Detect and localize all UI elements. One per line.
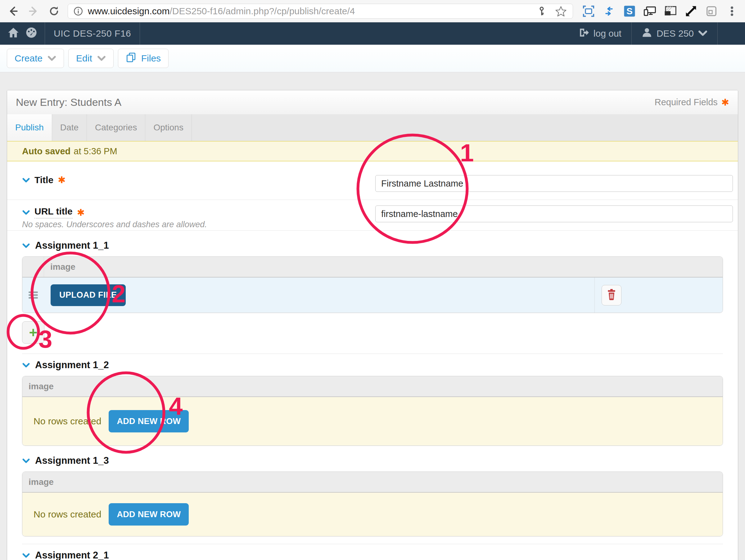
svg-text:S: S (626, 6, 633, 16)
grid-header-row: image (22, 376, 723, 397)
files-label: Files (141, 53, 161, 64)
tab-options[interactable]: Options (145, 114, 192, 141)
logout-link[interactable]: log out (569, 27, 631, 40)
devices-extension-icon[interactable] (643, 4, 657, 18)
tab-date[interactable]: Date (52, 114, 87, 141)
edit-menu-button[interactable]: Edit (68, 49, 114, 68)
chevron-down-icon[interactable] (22, 359, 30, 371)
files-button[interactable]: Files (118, 49, 168, 68)
title-label-text: Title (34, 175, 54, 185)
section-label: Assignment 1_1 (35, 240, 109, 251)
tab-publish[interactable]: Publish (7, 114, 52, 141)
url-text[interactable]: www.uicdesign.com/DES250-f16/admin.php?/… (88, 6, 355, 17)
panel-header: New Entry: Students A Required Fields ✱ (7, 90, 738, 114)
chevron-down-icon[interactable] (22, 175, 30, 185)
nav-divider (140, 22, 140, 45)
assignment-1-1-grid: image UPLOAD FILE (22, 256, 723, 313)
page-info-icon[interactable] (73, 6, 84, 17)
autosave-bold: Auto saved (22, 146, 70, 157)
image-cell: UPLOAD FILE (44, 277, 594, 312)
autosave-time: at 5:36 PM (73, 146, 117, 157)
chevron-down-icon[interactable] (22, 550, 30, 560)
image-column-header: image (22, 382, 54, 391)
section-divider (22, 544, 723, 544)
user-menu[interactable]: DES 250 (632, 27, 717, 40)
url-title-field-row: URL title ✱ No spaces. Underscores and d… (7, 200, 738, 231)
section-label: Assignment 1_3 (35, 455, 109, 466)
create-label: Create (14, 53, 42, 64)
password-key-icon[interactable] (535, 4, 549, 18)
row-actions-cell (594, 277, 723, 312)
assignment-1-2-grid: image No rows created ADD NEW ROW (22, 376, 723, 446)
tab-categories[interactable]: Categories (87, 114, 145, 141)
page: www.uicdesign.com/DES250-f16/admin.php?/… (0, 0, 745, 560)
chevron-down-icon[interactable] (22, 455, 30, 466)
url-title-input[interactable] (375, 205, 733, 222)
window-extension-icon[interactable] (705, 4, 718, 18)
s-extension-icon[interactable]: S (623, 4, 636, 18)
required-fields-note: Required Fields ✱ (655, 97, 729, 108)
empty-grid-row: No rows created ADD NEW ROW (22, 493, 723, 536)
fullscreen-extension-icon[interactable] (684, 4, 698, 18)
trash-icon (607, 289, 616, 301)
url-title-label-text: URL title (34, 206, 73, 219)
forward-icon[interactable] (27, 4, 40, 18)
chevron-down-icon[interactable] (22, 240, 30, 251)
dashboard-icon[interactable] (26, 27, 37, 41)
responsive-extension-icon[interactable] (664, 4, 677, 18)
section-heading-assignment-1-3: Assignment 1_3 (22, 455, 738, 466)
reload-icon[interactable] (47, 4, 61, 18)
delete-row-button[interactable] (602, 285, 621, 305)
logout-label: log out (593, 28, 621, 39)
autosave-banner: Auto saved at 5:36 PM (7, 141, 738, 161)
edit-label: Edit (76, 53, 92, 64)
url-title-hint: No spaces. Underscores and dashes are al… (22, 220, 207, 229)
publish-form-panel: New Entry: Students A Required Fields ✱ … (7, 90, 738, 560)
site-title[interactable]: UIC DES-250 F16 (45, 28, 140, 39)
add-row-plus-button[interactable]: + (22, 321, 44, 343)
back-icon[interactable] (6, 4, 20, 18)
arrows-extension-icon[interactable] (602, 4, 616, 18)
grid-header-row: image (22, 257, 723, 277)
chevron-down-icon[interactable] (22, 207, 30, 218)
section-heading-assignment-1-2: Assignment 1_2 (22, 359, 738, 371)
user-label: DES 250 (656, 28, 694, 39)
empty-grid-row: No rows created ADD NEW ROW (22, 397, 723, 446)
extension-icons: S (580, 4, 739, 18)
user-icon (642, 27, 652, 40)
drag-handle-icon (29, 290, 38, 300)
title-input[interactable] (375, 175, 733, 192)
browser-menu-icon[interactable] (725, 4, 739, 18)
required-asterisk-icon: ✱ (77, 207, 85, 218)
assignment-1-3-grid: image No rows created ADD NEW ROW (22, 471, 723, 536)
chevron-down-icon (47, 53, 56, 64)
url-bar[interactable]: www.uicdesign.com/DES250-f16/admin.php?/… (68, 4, 573, 19)
section-divider (22, 354, 723, 354)
section-label: Assignment 2_1 (35, 550, 109, 560)
cms-top-nav: UIC DES-250 F16 log out DES 250 (0, 22, 745, 45)
chevron-down-icon (698, 28, 707, 39)
add-new-row-button[interactable]: ADD NEW ROW (109, 410, 189, 432)
nav-divider (717, 22, 718, 45)
create-menu-button[interactable]: Create (7, 49, 64, 68)
url-title-label: URL title ✱ (22, 206, 85, 219)
grid-header-row: image (22, 472, 723, 493)
handle-column-header (22, 257, 44, 277)
drag-handle[interactable] (22, 277, 44, 312)
upload-file-button[interactable]: UPLOAD FILE (51, 284, 126, 306)
bookmark-star-icon[interactable] (554, 4, 568, 18)
url-path: /DES250-f16/admin.php?/cp/publish/create… (169, 6, 355, 16)
screenshot-extension-icon[interactable] (582, 4, 595, 18)
no-rows-label: No rows created (34, 416, 101, 427)
no-rows-label: No rows created (34, 509, 101, 520)
browser-toolbar: www.uicdesign.com/DES250-f16/admin.php?/… (0, 0, 745, 22)
image-column-header: image (22, 477, 54, 487)
section-heading-assignment-2-1: Assignment 2_1 (22, 550, 738, 560)
required-asterisk-icon: ✱ (58, 174, 65, 185)
home-icon[interactable] (7, 27, 19, 40)
add-new-row-button[interactable]: ADD NEW ROW (109, 503, 189, 526)
required-asterisk-icon: ✱ (721, 97, 729, 108)
section-heading-assignment-1-1: Assignment 1_1 (22, 240, 738, 251)
grid-row: UPLOAD FILE (22, 277, 723, 312)
image-column-header: image (44, 262, 75, 272)
